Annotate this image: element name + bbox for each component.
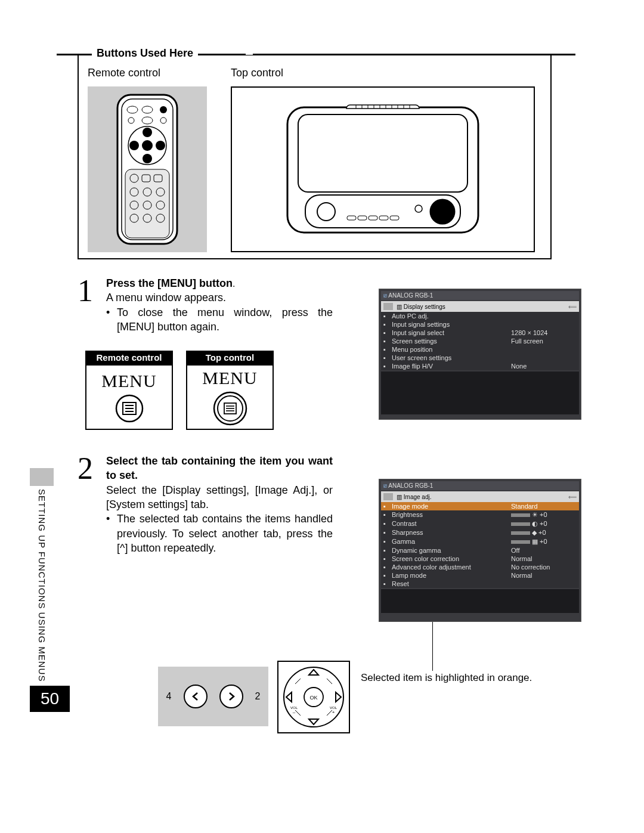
remote-arrow-buttons: 4 2 [158, 667, 268, 726]
step-1-heading: Press the [MENU] button [106, 277, 233, 289]
svg-point-2 [127, 106, 138, 113]
top-control-label: Top control [231, 67, 541, 79]
menu-icon [212, 391, 248, 426]
svg-point-13 [156, 141, 165, 150]
step-1-bullet: To close the menu window, press the [MEN… [117, 305, 333, 335]
top-control-dpad: OK VOL – VOL + [277, 661, 350, 733]
menu-word-top: MENU [202, 368, 257, 388]
sidebar-section-title: SETTING UP FUNCTIONS USING MENUS [37, 489, 47, 682]
svg-point-40 [317, 203, 335, 221]
page-number: 50 [30, 686, 70, 712]
step-2-number: 2 [78, 454, 106, 555]
right-arrow-icon [219, 685, 243, 708]
osd-menu-row: ▪Menu position [381, 345, 579, 354]
selected-caption: Selected item is highlighted in orange. [361, 672, 532, 684]
osd-menu-row: ▪Image flip H/VNone [381, 362, 579, 370]
svg-point-10 [143, 128, 152, 137]
left-arrow-icon [184, 685, 208, 708]
svg-point-6 [142, 117, 153, 124]
remote-control-label: Remote control [88, 67, 231, 79]
svg-point-12 [129, 141, 139, 150]
svg-text:OK: OK [309, 695, 317, 701]
side-tab [30, 468, 54, 486]
menu-word-remote: MENU [101, 371, 156, 391]
svg-point-5 [128, 117, 134, 123]
osd-screenshot-image-adj: ⎚ ANALOG RGB-1 ▥ Image adj. ⟸ ▪Image mod… [379, 479, 581, 622]
remote-menu-label: Remote control [85, 351, 173, 364]
osd-menu-row: ▪Contrast◐ +0 [381, 519, 579, 528]
step-1-number: 1 [78, 276, 106, 334]
step-2-heading: Select the tab containing the item you w… [106, 454, 333, 483]
osd-menu-row: ▪Gamma▦ +0 [381, 537, 579, 546]
menu-icon [114, 394, 144, 423]
svg-rect-28 [298, 114, 467, 192]
leader-line [432, 622, 433, 671]
osd-screenshot-display-settings: ⎚ ANALOG RGB-1 ▥ Display settings ⟸ ▪Aut… [379, 289, 581, 420]
svg-text:+: + [332, 710, 335, 715]
osd-menu-row: ▪User screen settings [381, 354, 579, 362]
step-2-bullet: The selected tab contains the items hand… [117, 512, 333, 555]
svg-point-9 [142, 140, 153, 151]
top-menu-button-group: Top control MENU [186, 351, 274, 430]
svg-point-7 [160, 117, 166, 123]
osd-menu-row: ▪Advanced color adjustmentNo correction [381, 563, 579, 571]
buttons-used-here-box: Buttons Used Here Remote control [78, 54, 552, 259]
osd-menu-row: ▪Image modeStandard [381, 502, 579, 510]
osd-menu-row: ▪Screen settingsFull screen [381, 337, 579, 345]
osd-menu-row: ▪Input signal select1280 × 1024 [381, 329, 579, 337]
svg-rect-14 [125, 169, 169, 238]
top-menu-label: Top control [186, 351, 274, 364]
remote-illustration [88, 86, 207, 252]
osd-menu-row: ▪Auto PC adj. [381, 312, 579, 320]
osd-menu-row: ▪Screen color correctionNormal [381, 555, 579, 563]
svg-point-4 [160, 106, 167, 113]
projector-illustration [231, 86, 535, 252]
osd-menu-row: ▪Brightness☀ +0 [381, 510, 579, 519]
remote-menu-button-group: Remote control MENU [85, 351, 173, 430]
svg-text:–: – [293, 710, 296, 715]
step-2-line1: Select the [Display settings], [Image Ad… [106, 483, 333, 512]
svg-point-11 [143, 154, 152, 163]
step-1-line1: A menu window appears. [106, 290, 333, 305]
osd-menu-row: ▪Sharpness◆ +0 [381, 528, 579, 537]
osd-menu-row: ▪Reset [381, 580, 579, 588]
osd-menu-row: ▪Input signal settings [381, 320, 579, 329]
svg-point-3 [142, 106, 153, 113]
osd-menu-row: ▪Lamp modeNormal [381, 571, 579, 580]
fieldset-legend: Buttons Used Here [92, 47, 198, 60]
osd-menu-row: ▪Dynamic gammaOff [381, 546, 579, 555]
